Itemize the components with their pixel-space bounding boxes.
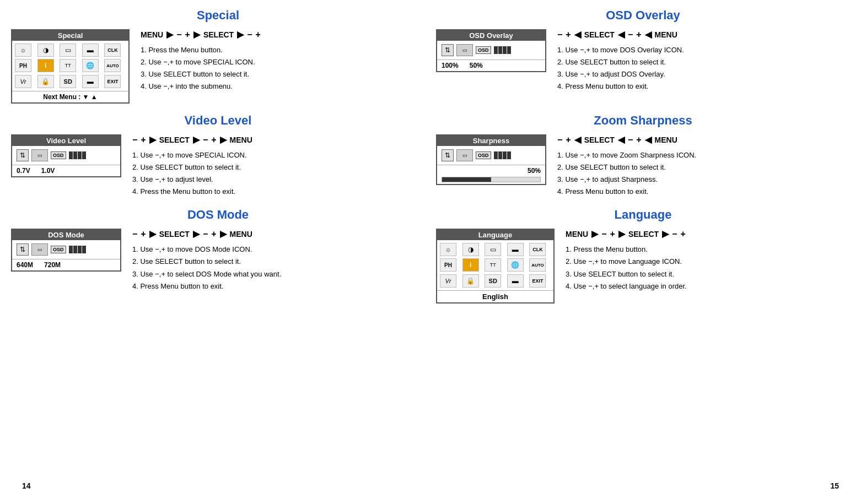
sh-minus1: −: [557, 135, 562, 145]
dm-menu-label: MENU: [230, 230, 252, 239]
video-level-box-title: Video Level: [12, 136, 120, 146]
vl-instr-4: 4. Press the Menu button to exit.: [132, 186, 252, 198]
vl-updown-icon: ⇅: [17, 149, 29, 161]
lang-tt-icon: TT: [485, 258, 501, 272]
left-page-number: 14: [22, 481, 31, 490]
video-level-title: Video Level: [11, 113, 425, 128]
sharpness-body: ⇅ ▭ OSD: [437, 146, 545, 165]
lang-contrast-icon: ◑: [462, 243, 479, 256]
vl-plus2: +: [211, 135, 216, 145]
video-level-body: ⇅ ▭ OSD: [12, 146, 120, 165]
dm-instr-1: 1. Use −,+ to move DOS Mode ICON.: [132, 243, 281, 256]
video-level-box: Video Level ⇅ ▭ OSD 0.7V: [11, 134, 121, 177]
dm-updown-icon: ⇅: [17, 243, 29, 256]
osd-value1: 100%: [442, 62, 459, 69]
sh-screen-icon: ▭: [456, 149, 473, 161]
osd-arrow2: ◀: [618, 29, 625, 40]
vl-arrow1: ▶: [149, 134, 156, 145]
sharpness-progress-bar: [442, 177, 541, 182]
vl-minus1: −: [132, 135, 137, 145]
special-instructions: 1. Press the Menu button. 2. Use −,+ to …: [141, 44, 261, 93]
dm-arrow2: ▶: [193, 229, 200, 239]
lang-menu-label: MENU: [566, 230, 588, 239]
dos-mode-box: DOS Mode ⇅ ▭ OSD 640M: [11, 229, 121, 272]
osd-instr-4: 4. Press Menu button to exit.: [557, 80, 684, 93]
dm-minus2: −: [203, 229, 208, 239]
special-minus2: −: [247, 30, 252, 40]
lang-tape2-icon: ▬: [507, 274, 524, 288]
info-icon: i: [37, 59, 54, 72]
vl-arrow2: ▶: [193, 134, 200, 145]
dm-blocks-icon: [69, 246, 86, 253]
lang-screen-icon: ▭: [485, 243, 501, 256]
exit-icon: EXIT: [104, 75, 121, 88]
osd-overlay-box: OSD Overlay ⇅ ▭ OSD 100%: [436, 29, 546, 72]
dm-osd-label: OSD: [51, 246, 66, 253]
dm-plus2: +: [211, 229, 216, 239]
language-title: Language: [436, 208, 850, 222]
lang-clk-icon: CLK: [529, 243, 546, 256]
sh-plus1: +: [566, 135, 571, 145]
sh-osd-label: OSD: [476, 151, 491, 159]
dm-plus1: +: [141, 229, 146, 239]
lang-sun-icon: ☼: [440, 243, 456, 256]
zoom-sharpness-title: Zoom Sharpness: [436, 113, 850, 128]
lang-minus1: −: [601, 229, 606, 239]
tt-icon: TT: [60, 59, 76, 72]
vr-icon: Vr: [15, 75, 31, 88]
lang-select-label: SELECT: [628, 230, 659, 239]
lang-instructions: 1. Press the Menu button. 2. Use −,+ to …: [566, 243, 687, 292]
lang-vr-icon: Vr: [440, 274, 456, 288]
special-instr-2: 2. Use −,+ to move SPECIAL ICON.: [141, 56, 261, 68]
special-instr-1: 1. Press the Menu button.: [141, 44, 261, 56]
dm-instr-4: 4. Press Menu button to exit.: [132, 280, 281, 292]
osd-overlay-box-title: OSD Overlay: [437, 30, 545, 41]
dm-arrow1: ▶: [149, 229, 156, 239]
lock-icon: 🔒: [37, 75, 54, 88]
sh-arrow3: ◀: [645, 134, 652, 145]
ph-icon: PH: [15, 59, 31, 72]
special-title: Special: [11, 8, 425, 23]
lang-auto-icon: AUTO: [529, 258, 546, 272]
lang-plus1: +: [610, 229, 615, 239]
dos-mode-box-title: DOS Mode: [12, 230, 120, 240]
osd-overlay-body: ⇅ ▭ OSD: [437, 41, 545, 59]
vl-menu-label: MENU: [230, 136, 252, 144]
lang-info-icon: i: [462, 258, 479, 272]
osd-instr-2: 2. Use SELECT button to select it.: [557, 56, 684, 68]
lang-lock-icon: 🔒: [462, 274, 479, 288]
osd-arrow1: ◀: [574, 29, 581, 40]
sh-instructions: 1. Use −,+ to move Zoom Sharpness ICON. …: [557, 149, 696, 198]
lang-sd-icon: SD: [485, 274, 501, 288]
vl-nav-bar: − + ▶ SELECT ▶ − + ▶ MENU: [132, 134, 252, 145]
dm-instructions: 1. Use −,+ to move DOS Mode ICON. 2. Use…: [132, 243, 281, 292]
sharpness-box-title: Sharpness: [437, 136, 545, 146]
lang-arrow3: ▶: [662, 229, 669, 239]
vl-plus1: +: [141, 135, 146, 145]
sh-percent: 50%: [528, 167, 541, 175]
osd-controls: MENU ◀ + − ◀ SELECT ◀ + − 1. Use −,+ to …: [557, 29, 684, 93]
dos-mode-footer: 640M 720M: [12, 259, 120, 270]
right-page-number: 15: [830, 481, 839, 490]
vl-instr-3: 3. Use −,+ to adjust level.: [132, 174, 252, 186]
sh-plus2: +: [636, 135, 641, 145]
lang-globe-icon: 🌐: [507, 258, 524, 272]
dm-nav-bar: − + ▶ SELECT ▶ − + ▶ MENU: [132, 229, 281, 239]
special-arrow3: ▶: [237, 29, 244, 40]
lang-nav-bar: MENU ▶ − + ▶ SELECT ▶ − +: [566, 229, 687, 239]
special-menu-box: Special ☼ ◑ ▭ ▬ CLK PH i TT 🌐: [11, 29, 130, 104]
osd-overlay-footer: 100% 50%: [437, 59, 545, 71]
vl-value1: 0.7V: [17, 167, 30, 175]
contrast-icon: ◑: [37, 44, 54, 57]
globe-icon: 🌐: [82, 59, 99, 72]
special-plus1: +: [185, 30, 190, 40]
special-arrow2: ▶: [193, 29, 200, 40]
dm-screen-icon: ▭: [31, 243, 48, 256]
vl-screen-icon: ▭: [31, 149, 48, 161]
clk-icon: CLK: [104, 44, 121, 57]
special-instr-4: 4. Use −,+ into the submenu.: [141, 80, 261, 93]
lang-ph-icon: PH: [440, 258, 456, 272]
osd-plus2: +: [636, 30, 641, 40]
osd-arrow3: ◀: [645, 29, 652, 40]
vl-osd-label: OSD: [51, 151, 66, 159]
